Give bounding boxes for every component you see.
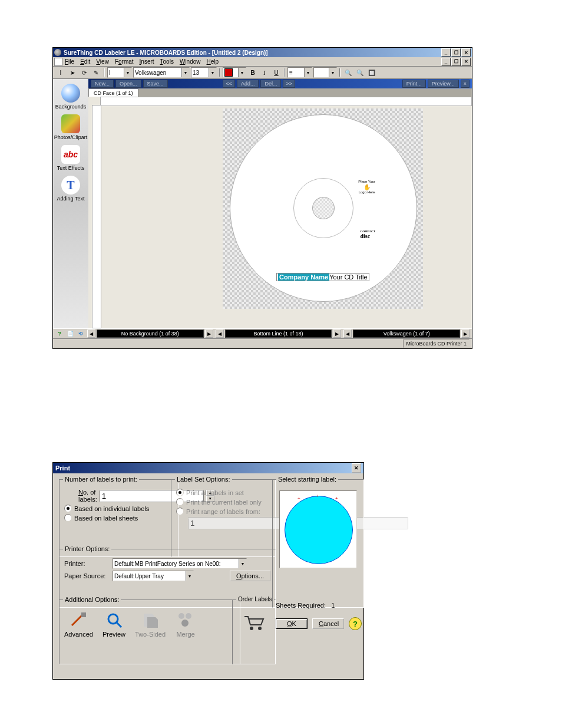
save-button[interactable]: Save...	[143, 80, 168, 88]
radio-individual[interactable]	[64, 505, 72, 512]
menu-edit[interactable]: Edit	[80, 58, 90, 65]
status-bar: MicroBoards CD Printer 1	[53, 338, 472, 348]
main-window: SureThing CD Labeler LE - MICROBOARDS Ed…	[52, 47, 472, 349]
radio-print-current[interactable]	[176, 498, 184, 506]
group-legend: Printer Options:	[63, 545, 111, 552]
menu-view[interactable]: View	[96, 58, 109, 65]
compact-disc-logo: COMPACT disc	[361, 230, 375, 239]
wizard-icon[interactable]: 📄	[66, 330, 74, 338]
radio-sheets[interactable]	[64, 514, 72, 522]
twosided-button: Two-Sided	[135, 610, 166, 638]
document-icon	[54, 58, 62, 66]
group-legend: Select starting label:	[276, 476, 338, 483]
svg-marker-5	[147, 617, 158, 628]
add-button[interactable]: Add...	[237, 80, 259, 88]
minimize-button[interactable]: _	[441, 48, 451, 57]
layout-next-button[interactable]: ▶	[333, 330, 341, 338]
advanced-button[interactable]: Advanced	[64, 610, 93, 638]
bold-button[interactable]: B	[247, 67, 258, 78]
zoom-fit-icon[interactable]: 🔲	[366, 67, 377, 78]
sidebar-item-backgrounds[interactable]: Backgrounds	[55, 83, 87, 113]
font-selector[interactable]: Volkswagen (1 of 7)	[353, 330, 460, 338]
preview-button[interactable]: Preview...	[428, 80, 459, 88]
layout-prev-button[interactable]: ◀	[216, 330, 224, 338]
ok-button[interactable]: OK	[276, 618, 308, 629]
italic-button[interactable]: I	[259, 67, 270, 78]
menu-tools[interactable]: Tools	[160, 58, 174, 65]
layout-selector[interactable]: Bottom Line (1 of 18)	[225, 330, 332, 338]
close-button[interactable]: ✕	[461, 48, 471, 57]
sheets-required-label: Sheets Required:	[276, 602, 326, 609]
texteffects-icon: abc	[61, 145, 80, 164]
cancel-button[interactable]: Cancel	[312, 618, 344, 629]
bg-prev-button[interactable]: ◀	[87, 330, 95, 338]
bg-next-button[interactable]: ▶	[205, 330, 213, 338]
group-legend: Label Set Options:	[175, 476, 232, 483]
app-icon	[54, 49, 61, 56]
svg-point-6	[178, 613, 184, 619]
design-surface[interactable]: Place Your ✋ Logo Here COMPACT disc Comp…	[88, 97, 472, 328]
dialog-help-icon[interactable]: ?	[349, 617, 362, 630]
printer-options-button[interactable]: Options...	[230, 571, 270, 581]
label-preview-circle	[285, 496, 353, 564]
open-button[interactable]: Open...	[115, 80, 141, 88]
list-combo[interactable]: ▼	[313, 67, 337, 78]
new-button[interactable]: New...	[91, 80, 114, 88]
zoom-out-icon[interactable]: 🔍	[355, 67, 365, 78]
format-toolbar: I ➤ ⟳ ✎ I▼ Volkswagen▼ 13▼ ▼ B I U ≡▼ ▼ …	[53, 67, 472, 79]
help-icon[interactable]: ?	[55, 330, 64, 338]
group-legend: Additional Options:	[63, 596, 121, 603]
menu-insert[interactable]: Insert	[140, 58, 154, 65]
sidebar-item-texteffects[interactable]: abc Text Effects	[57, 144, 84, 174]
print-button[interactable]: Print...	[402, 80, 426, 88]
prev-button[interactable]: <<	[223, 80, 235, 88]
radio-print-all[interactable]	[176, 489, 184, 496]
refresh-icon[interactable]: ⟲	[77, 330, 85, 338]
underline-button[interactable]: U	[271, 67, 282, 78]
background-selector[interactable]: No Background (1 of 38)	[97, 330, 204, 338]
mdi-minimize-button[interactable]: _	[441, 58, 451, 66]
starting-label-preview[interactable]: + + +	[279, 490, 357, 568]
preview-option-button[interactable]: Preview	[103, 610, 125, 638]
cd-title-text: Your CD Title	[329, 274, 367, 281]
sidebar-item-addingtext[interactable]: T Adding Text	[57, 174, 85, 205]
dialog-title: Print	[55, 465, 70, 472]
font-size-combo[interactable]: 13▼	[191, 67, 217, 78]
font-prev-button[interactable]: ◀	[343, 330, 352, 338]
next-button[interactable]: >>	[283, 80, 295, 88]
text-tool-icon[interactable]: I	[55, 67, 66, 78]
dialog-title-bar: Print ✕	[53, 463, 363, 473]
dialog-close-button[interactable]: ✕	[352, 463, 361, 473]
font-color-combo[interactable]: ▼	[223, 67, 246, 78]
printer-combo[interactable]: Default:MB PrintFactory Series on Ne00:▼	[113, 558, 247, 569]
font-name-combo[interactable]: Volkswagen▼	[133, 67, 190, 78]
zoom-in-icon[interactable]: 🔍	[343, 67, 353, 78]
doc-close-button[interactable]: ×	[461, 80, 470, 88]
cd-face-tab[interactable]: CD Face (1 of 1)	[88, 88, 138, 97]
rotate-tool-icon[interactable]: ⟳	[79, 67, 90, 78]
left-sidebar: Backgrounds Photos/Clipart abc Text Effe…	[53, 79, 88, 328]
cd-text-field[interactable]: Company Name Your CD Title	[276, 273, 369, 281]
mdi-restore-button[interactable]: ❐	[451, 58, 461, 66]
pointer-tool-icon[interactable]: ➤	[67, 67, 78, 78]
sidebar-item-photos[interactable]: Photos/Clipart	[54, 113, 88, 144]
order-labels-button[interactable]	[243, 614, 265, 631]
font-next-button[interactable]: ▶	[461, 330, 470, 338]
style-combo[interactable]: I▼	[107, 67, 132, 78]
edit-tool-icon[interactable]: ✎	[91, 67, 101, 78]
svg-point-7	[186, 613, 191, 619]
align-combo[interactable]: ≡▼	[287, 67, 312, 78]
menu-help[interactable]: Help	[207, 58, 219, 65]
menu-file[interactable]: File	[65, 58, 74, 65]
printer-label: Printer:	[64, 560, 110, 567]
window-title: SureThing CD Labeler LE - MICROBOARDS Ed…	[64, 50, 268, 56]
menu-window[interactable]: Window	[180, 58, 201, 65]
mdi-close-button[interactable]: ✕	[461, 58, 471, 66]
maximize-button[interactable]: ❐	[451, 48, 461, 57]
svg-rect-1	[81, 612, 86, 617]
paper-source-combo[interactable]: Default:Upper Tray▼	[113, 571, 194, 581]
logo-placeholder[interactable]: Place Your ✋ Logo Here	[358, 180, 375, 194]
menu-format[interactable]: Format	[115, 58, 134, 65]
del-button[interactable]: Del...	[260, 80, 281, 88]
radio-print-range[interactable]	[176, 508, 184, 515]
